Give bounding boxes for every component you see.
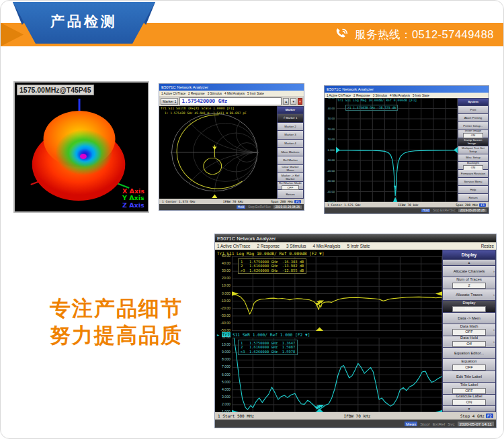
- softkey-label: Title Label: [460, 383, 478, 387]
- softkey-label: Firmware Revision: [461, 172, 485, 175]
- menu-item-5-instr-state[interactable]: 5 Instr State: [247, 92, 264, 95]
- window-titlebar[interactable]: E5071C Network Analyzer: [325, 86, 489, 93]
- menu-item-4-mkr-analysis[interactable]: 4 Mkr/Analysis: [312, 244, 340, 248]
- axis-tick-label: 9.000: [222, 351, 230, 354]
- axis-tick-label: 3.000: [222, 395, 230, 399]
- softkey-label: Edit Title Label: [456, 375, 482, 379]
- softkey-label: Printer Setup...: [463, 124, 482, 128]
- softkey-title-label[interactable]: Title LabelOFF: [443, 383, 495, 393]
- stimulus-marker: [212, 194, 217, 198]
- menu-item-3-stimulus[interactable]: 3 Stimulus: [373, 94, 387, 97]
- softkey-label: Print: [470, 108, 476, 111]
- softkey-more-markers[interactable]: More Markers: [278, 148, 303, 156]
- s11-log-mag-chart: [336, 98, 458, 202]
- status-bar: 1 Center 1.575 GHz IFBW 70 kHz Span 200 …: [325, 202, 489, 207]
- status-ifbw: IFBW 70 kHz: [398, 203, 418, 207]
- axis-tick-label: -40.00: [327, 190, 335, 193]
- softkey-firmware-revision[interactable]: Firmware Revision: [458, 170, 488, 177]
- softkey-label: Ref Marker Mode: [279, 181, 302, 185]
- menu-item-3-stimulus[interactable]: 3 Stimulus: [208, 92, 222, 95]
- menu-item-5-instr-state[interactable]: 5 Instr State: [413, 94, 429, 97]
- trace2-header: ► Tr2 S11 SWR 1.000/ Ref 1.000 [F2 ▼]: [215, 331, 442, 338]
- softkey-label: Invert Image: [465, 129, 481, 132]
- softkey-label: Marker 4: [284, 142, 296, 145]
- softkey-marker-ref-marker[interactable]: Marker -> Ref Marker: [278, 173, 303, 181]
- window-titlebar[interactable]: E5071C Network Analyzer: [159, 84, 304, 91]
- softkey-label: Marker 2: [284, 125, 296, 128]
- softkey-equation[interactable]: EquationOFF: [443, 359, 495, 370]
- menu-item-2-response[interactable]: 2 Response: [353, 94, 370, 97]
- softkey-clear-marker-menu[interactable]: Clear Marker Menu: [278, 165, 303, 173]
- spin-down-button[interactable]: ▼: [290, 98, 296, 105]
- softkey-value: OFF: [452, 364, 486, 371]
- softkey-print[interactable]: Print: [458, 106, 488, 113]
- softkey-marker-1[interactable]: √ Marker 1: [278, 114, 303, 122]
- softkey-printer-setup[interactable]: Printer Setup...: [458, 122, 488, 130]
- softkey-value: OFF: [452, 329, 486, 336]
- axis-legend-y-axis: Y Axis: [122, 195, 144, 202]
- resize-menu-item[interactable]: Resize: [481, 244, 494, 248]
- softkey-label: Allocate Traces: [456, 293, 482, 297]
- softkey-display[interactable]: DisplayMem›: [443, 301, 495, 311]
- softkey-equation-editor[interactable]: Equation Editor...: [443, 348, 495, 358]
- softkey-sidebar: Display▲Allocate Channels›Num of Traces2…: [442, 250, 496, 412]
- softkey-abort-printing[interactable]: Abort Printing: [458, 114, 488, 121]
- softkey-label: Misc Setup: [466, 156, 480, 159]
- instrument-status-bar: Hold Stop ExtRef Svc 2019-03-26 08:26: [159, 204, 304, 210]
- softkey-menu-title: System: [458, 99, 488, 105]
- status-start-freq: 1 Start 500 MHz: [218, 413, 254, 418]
- softkey-return[interactable]: Return: [278, 190, 303, 198]
- radiation-pattern-panel: 1575.00MHz@T45P45 X AxisY AxisZ Axis: [13, 81, 149, 213]
- trace-header: Tr1 S11 Log Mag 10.00dB/ Ref 0.000dB [F1…: [337, 99, 417, 102]
- softkey-marker-2[interactable]: Marker 2: [278, 123, 303, 131]
- softkey-marker-3[interactable]: Marker 3: [278, 131, 303, 139]
- menu-item-2-response[interactable]: 2 Response: [188, 92, 205, 95]
- softkey-item[interactable]: ▼: [443, 406, 495, 411]
- window-titlebar[interactable]: E5071C Network Analyzer: [215, 234, 496, 242]
- return-loss-analyzer-window: E5071C Network Analyzer 1 Active Ch/Trac…: [324, 85, 489, 214]
- softkey-ref-marker[interactable]: Ref Marker: [278, 156, 303, 164]
- status-stop-freq: Stop 4 GHz: [460, 413, 485, 418]
- softkey-edit-title-label[interactable]: Edit Title Label: [443, 371, 495, 382]
- marker-frequency-input[interactable]: 1.575420000 GHz: [179, 97, 282, 105]
- softkey-data-mem[interactable]: Data -> Mem: [443, 313, 495, 324]
- hotline-number: 服务热线：0512-57449488: [355, 28, 494, 42]
- softkey-marker-4[interactable]: Marker 4: [278, 140, 303, 148]
- softkey-dump-screen-image[interactable]: Dump Screen Image...: [458, 138, 488, 146]
- menu-item-4-mkr-analysis[interactable]: 4 Mkr/Analysis: [390, 94, 410, 97]
- softkey-return[interactable]: Return: [458, 194, 488, 201]
- spin-up-button[interactable]: ▲: [283, 98, 289, 105]
- menu-item-1-active-ch-trace[interactable]: 1 Active Ch/Trace: [161, 92, 185, 95]
- softkey-service-menu[interactable]: Service Menu: [458, 178, 488, 185]
- close-entry-icon[interactable]: ×: [298, 98, 302, 105]
- product-page: 产品检测 服务热线：0512-57449488 1575.00MHz@T45P4…: [0, 0, 504, 439]
- axis-tick-label: 50.00: [328, 97, 335, 99]
- service-hotline: 服务热线：0512-57449488: [333, 23, 494, 46]
- menu-item-5-instr-state[interactable]: 5 Instr State: [347, 244, 370, 248]
- menu-item-3-stimulus[interactable]: 3 Stimulus: [286, 244, 306, 248]
- softkey-invert-image[interactable]: Invert ImageON: [458, 130, 488, 138]
- softkey-multiport-test-set-setup[interactable]: Multiport Test Set Setup: [458, 146, 488, 154]
- softkey-backlight[interactable]: BacklightON: [458, 162, 488, 169]
- softkey-data-math[interactable]: Data MathOFF›: [443, 324, 495, 335]
- softkey-label: ▲: [468, 260, 471, 265]
- softkey-help[interactable]: Help: [458, 186, 488, 193]
- softkey-item[interactable]: ▲: [443, 260, 495, 265]
- softkey-data-hold[interactable]: Data HoldOff›: [443, 336, 495, 347]
- softkey-value: 2: [452, 283, 486, 289]
- softkey-graticule-label[interactable]: Graticule LabelON: [443, 395, 495, 405]
- softkey-misc-setup[interactable]: Misc Setup: [458, 154, 488, 162]
- trigger-state-badge: Hold: [421, 209, 430, 212]
- softkey-num-of-traces[interactable]: Num of Traces2: [443, 277, 495, 288]
- softkey-label: Help: [470, 188, 476, 191]
- softkey-ref-marker-mode[interactable]: Ref Marker ModeOFF: [278, 182, 303, 190]
- menu-item-4-mkr-analysis[interactable]: 4 Mkr/Analysis: [224, 92, 245, 95]
- softkey-allocate-channels[interactable]: Allocate Channels›: [443, 266, 495, 277]
- phone-icon: [333, 26, 350, 43]
- axis-tick-label: 5.000: [222, 381, 230, 384]
- submenu-arrow-icon: ›: [493, 269, 495, 274]
- softkey-allocate-traces[interactable]: Allocate Traces›: [443, 289, 495, 300]
- status-flags: Stop ExtRef Svc: [248, 205, 270, 209]
- menu-item-2-response[interactable]: 2 Response: [257, 244, 280, 248]
- menu-item-1-active-ch-trace[interactable]: 1 Active Ch/Trace: [217, 244, 250, 248]
